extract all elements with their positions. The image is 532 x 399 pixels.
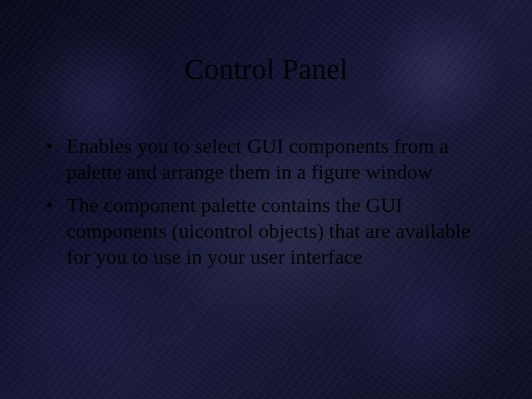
list-item: Enables you to select GUI components fro…	[43, 133, 488, 185]
slide: Control Panel Enables you to select GUI …	[0, 0, 532, 399]
slide-body: Enables you to select GUI components fro…	[43, 133, 488, 277]
slide-title: Control Panel	[0, 52, 532, 86]
list-item: The component palette contains the GUI c…	[43, 192, 488, 270]
bullet-list: Enables you to select GUI components fro…	[43, 133, 488, 270]
